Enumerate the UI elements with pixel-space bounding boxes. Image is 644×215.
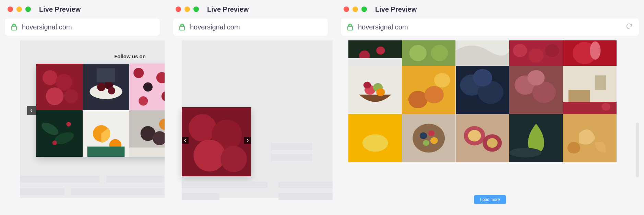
chevron-left-icon	[30, 109, 33, 112]
tile-figs-dark[interactable]	[129, 110, 165, 157]
svg-point-67	[527, 70, 545, 86]
svg-point-4	[64, 89, 78, 103]
preview-window-2: Live Preview hoversignal.com	[168, 0, 333, 215]
svg-rect-70	[595, 75, 606, 90]
placeholder-block	[182, 181, 267, 188]
placeholder-block	[106, 176, 164, 182]
tile-sliced-peaches[interactable]	[563, 114, 617, 162]
svg-point-89	[567, 142, 580, 154]
title-bar: Live Preview	[168, 0, 333, 18]
close-icon[interactable]	[344, 7, 349, 12]
url-bar-container: hoversignal.com	[168, 18, 333, 40]
tile-red-closeup[interactable]	[563, 40, 617, 66]
svg-point-54	[376, 88, 385, 96]
svg-point-1	[43, 70, 58, 85]
svg-point-34	[193, 140, 225, 172]
photo-carousel-grid[interactable]	[36, 64, 165, 157]
placeholder-block	[182, 193, 219, 200]
svg-point-58	[425, 86, 444, 103]
url-bar[interactable]: hoversignal.com	[341, 18, 639, 36]
tile-green-leaves[interactable]	[36, 110, 83, 157]
svg-point-78	[428, 130, 435, 136]
tile-blueberries[interactable]	[456, 66, 509, 114]
tile-limes-water[interactable]	[402, 40, 455, 66]
tile-yellow-corn-apples[interactable]	[402, 66, 455, 114]
tile-cherries-bowl[interactable]	[83, 64, 129, 110]
content-area: Follow us on	[0, 40, 165, 215]
refresh-icon[interactable]	[625, 23, 633, 31]
lock-icon	[347, 24, 353, 30]
window-title: Live Preview	[375, 5, 417, 13]
placeholder-block	[278, 181, 333, 188]
minimize-icon[interactable]	[184, 7, 190, 12]
placeholder-block	[71, 188, 164, 195]
content-area: Load more	[336, 40, 644, 215]
svg-rect-10	[97, 68, 115, 83]
svg-point-72	[601, 103, 610, 111]
carousel-prev-button[interactable]	[182, 137, 189, 144]
url-bar-container: hoversignal.com	[0, 18, 165, 40]
close-icon[interactable]	[176, 7, 181, 12]
tile-lemon-yellow[interactable]	[348, 114, 402, 162]
svg-point-74	[362, 134, 388, 152]
tile-figs-cut[interactable]	[456, 114, 509, 162]
svg-point-63	[473, 69, 492, 87]
tile-mixed-fruit-hand[interactable]	[402, 114, 455, 162]
maximize-icon[interactable]	[25, 7, 31, 12]
minimize-icon[interactable]	[353, 7, 358, 12]
tile-strawberries-pile[interactable]	[509, 40, 563, 66]
preview-window-1: Live Preview hoversignal.com Follow us o…	[0, 0, 165, 215]
svg-point-79	[430, 137, 438, 144]
lock-icon	[179, 24, 185, 30]
maximize-icon[interactable]	[361, 7, 367, 12]
svg-point-80	[423, 140, 429, 146]
svg-point-46	[528, 49, 544, 63]
url-text: hoversignal.com	[22, 23, 72, 31]
svg-point-59	[434, 73, 450, 87]
maximize-icon[interactable]	[193, 7, 199, 12]
tile-red-berries-snow[interactable]	[348, 40, 402, 66]
url-bar[interactable]: hoversignal.com	[173, 18, 328, 36]
svg-point-21	[66, 122, 71, 127]
load-more-button[interactable]: Load more	[474, 195, 506, 204]
placeholder-column	[271, 143, 312, 161]
svg-point-77	[420, 132, 427, 139]
scrollbar-thumb[interactable]	[636, 123, 639, 177]
window-title: Live Preview	[207, 5, 249, 13]
placeholder-row	[20, 176, 164, 182]
svg-rect-17	[36, 110, 83, 157]
url-text: hoversignal.com	[358, 23, 408, 31]
placeholder-block	[20, 188, 64, 195]
svg-point-38	[376, 47, 385, 55]
svg-point-41	[409, 45, 427, 61]
svg-point-20	[52, 140, 57, 145]
tile-room-interior[interactable]	[563, 66, 617, 114]
tile-green-pear[interactable]	[509, 114, 563, 162]
carousel-next-button[interactable]	[244, 137, 251, 144]
url-bar[interactable]: hoversignal.com	[5, 18, 160, 36]
photo-carousel-single[interactable]	[182, 107, 251, 176]
tile-fruit-bowl[interactable]	[348, 66, 402, 114]
svg-point-35	[220, 146, 247, 172]
photo-gallery-grid	[348, 40, 617, 162]
svg-point-50	[590, 41, 600, 60]
svg-point-14	[143, 82, 153, 91]
tile-oranges-white[interactable]	[83, 110, 129, 157]
minimize-icon[interactable]	[16, 7, 22, 12]
svg-point-47	[545, 44, 559, 57]
svg-rect-25	[87, 147, 125, 157]
carousel-prev-button[interactable]	[27, 106, 36, 115]
traffic-lights	[344, 7, 367, 12]
tile-raspberries-pink[interactable]	[129, 64, 165, 110]
svg-point-42	[431, 45, 448, 61]
svg-point-9	[108, 87, 115, 94]
title-bar: Live Preview	[336, 0, 644, 18]
svg-point-76	[413, 124, 445, 153]
close-icon[interactable]	[8, 7, 13, 12]
lock-icon	[11, 24, 17, 30]
svg-point-16	[139, 96, 148, 105]
tile-white-cloth[interactable]	[456, 40, 509, 66]
tile-pomegranates[interactable]	[509, 66, 563, 114]
tile-raspberries[interactable]	[36, 64, 83, 110]
svg-point-85	[487, 138, 498, 148]
